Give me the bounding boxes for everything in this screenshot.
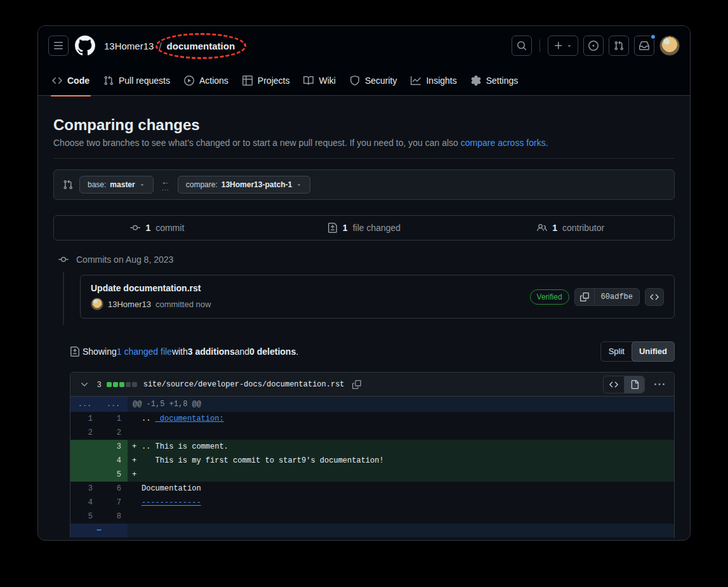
- breadcrumb-owner[interactable]: 13Homer13: [104, 41, 154, 51]
- tab-settings[interactable]: Settings: [465, 65, 525, 96]
- github-logo[interactable]: [75, 36, 95, 56]
- expand-lines-button[interactable]: ⋯: [70, 524, 128, 538]
- diff-line-context: 1 1 .. _documentation:: [70, 412, 674, 426]
- line-number-new[interactable]: 8: [99, 510, 128, 524]
- line-number-old[interactable]: 2: [70, 426, 99, 440]
- file-diff-icon: [328, 223, 338, 233]
- compare-label: compare:: [186, 180, 218, 189]
- play-circle-icon: [184, 76, 194, 86]
- changed-file-link[interactable]: 1 changed file: [117, 346, 172, 357]
- line-number-old[interactable]: 3: [70, 482, 99, 496]
- line-number-new[interactable]: 7: [99, 496, 128, 510]
- base-branch-dropdown[interactable]: base: master: [79, 176, 154, 194]
- tab-projects[interactable]: Projects: [236, 65, 296, 96]
- line-number-old[interactable]: 4: [70, 496, 99, 510]
- commit-sha[interactable]: 60adfbe: [594, 288, 639, 306]
- code-line: Documentation: [128, 482, 674, 496]
- tab-label: Settings: [486, 76, 519, 86]
- collapse-file-button[interactable]: [77, 377, 92, 392]
- compare-across-forks-link[interactable]: compare across forks: [461, 138, 546, 148]
- file-label: file changed: [353, 223, 401, 233]
- commit-timeline-rail: [63, 272, 64, 325]
- tab-insights[interactable]: Insights: [404, 65, 463, 96]
- tab-label: Code: [67, 76, 89, 86]
- breadcrumb-repo[interactable]: documentation: [167, 41, 235, 51]
- base-label: base:: [88, 180, 106, 189]
- split-view-button[interactable]: Split: [601, 342, 632, 361]
- line-number-old[interactable]: [70, 468, 99, 482]
- commit-title[interactable]: Update documentation.rst: [91, 283, 211, 293]
- commit-info: Update documentation.rst 13Homer13 commi…: [91, 283, 211, 310]
- tab-pull-requests[interactable]: Pull requests: [97, 65, 176, 96]
- tab-actions[interactable]: Actions: [178, 65, 235, 96]
- issues-button[interactable]: [583, 36, 604, 56]
- commit-sha-group: 60adfbe: [574, 288, 640, 306]
- line-number-new[interactable]: 1: [99, 412, 128, 426]
- tab-security[interactable]: Security: [343, 65, 404, 96]
- line-number-new[interactable]: 2: [99, 426, 128, 440]
- search-button[interactable]: [512, 36, 532, 56]
- hamburger-icon: [53, 41, 63, 51]
- git-compare-icon: [63, 180, 73, 190]
- diff-stat-count: 3: [97, 380, 102, 389]
- file-icon: [630, 380, 639, 389]
- line-number-new[interactable]: 5: [99, 468, 128, 482]
- header-actions: [512, 36, 680, 56]
- commit-meta-text: committed now: [156, 300, 211, 309]
- tab-label: Projects: [258, 76, 290, 86]
- line-number-old[interactable]: 5: [70, 510, 99, 524]
- copy-path-button[interactable]: [352, 380, 361, 389]
- line-number-old[interactable]: 1: [70, 412, 99, 426]
- hamburger-menu-button[interactable]: [48, 36, 69, 56]
- subtitle-end: .: [546, 138, 548, 148]
- plus-icon: [553, 41, 564, 51]
- tab-label: Insights: [426, 76, 456, 86]
- chevron-down-icon: [296, 181, 302, 188]
- addition-sign: +: [132, 468, 136, 482]
- inbox-icon: [639, 41, 649, 51]
- pull-requests-button[interactable]: [609, 36, 629, 56]
- gear-icon: [471, 76, 481, 86]
- summary-contributors[interactable]: 1 contributor: [467, 216, 674, 240]
- source-view-button[interactable]: [604, 376, 624, 393]
- tab-wiki[interactable]: Wiki: [297, 65, 341, 96]
- code-line: +.. This is comment.: [128, 440, 674, 454]
- code-text: This is my first commit to start9's docu…: [142, 456, 384, 465]
- unified-view-button[interactable]: Unified: [632, 341, 675, 362]
- line-number-new[interactable]: 6: [99, 482, 128, 496]
- commit-author[interactable]: 13Homer13: [108, 300, 151, 309]
- summary-commits[interactable]: 1 commit: [54, 216, 261, 240]
- browse-code-button[interactable]: [645, 288, 664, 306]
- deletions-count: 0 deletions: [249, 346, 296, 357]
- showing-text: .: [296, 346, 298, 357]
- diff-line-context: 4 7 -------------: [70, 496, 674, 510]
- notification-dot: [650, 34, 656, 40]
- avatar[interactable]: [91, 298, 103, 310]
- line-number-old[interactable]: [70, 440, 99, 454]
- rich-view-button[interactable]: [624, 376, 644, 393]
- main-content: Comparing changes Choose two branches to…: [38, 96, 690, 538]
- line-number-new[interactable]: 4: [99, 454, 128, 468]
- commits-heading: Commits on Aug 8, 2023: [53, 254, 675, 265]
- commits-section: Commits on Aug 8, 2023 Update documentat…: [53, 254, 675, 325]
- file-options-button[interactable]: [651, 376, 668, 393]
- commits-date-label: Commits on Aug 8, 2023: [76, 254, 173, 265]
- file-diff-icon: [70, 346, 80, 357]
- avatar[interactable]: [659, 36, 680, 56]
- pull-request-icon: [103, 76, 114, 86]
- range-dots: ...: [162, 185, 169, 191]
- summary-files-changed[interactable]: 1 file changed: [261, 216, 468, 240]
- git-commit-icon: [58, 254, 69, 265]
- copy-sha-button[interactable]: [575, 288, 594, 306]
- tab-code[interactable]: Code: [46, 65, 96, 96]
- commit-card: Update documentation.rst 13Homer13 commi…: [80, 275, 675, 319]
- contributor-label: contributor: [562, 223, 604, 233]
- tab-label: Wiki: [319, 76, 335, 86]
- create-new-button[interactable]: [548, 36, 578, 56]
- diff-file-card: 3 site/source/developer-docs/documentati…: [70, 372, 675, 538]
- line-number-old[interactable]: [70, 454, 99, 468]
- tab-label: Pull requests: [119, 76, 170, 86]
- line-number-new[interactable]: 3: [99, 440, 128, 454]
- verified-badge[interactable]: Verified: [530, 289, 569, 305]
- compare-branch-dropdown[interactable]: compare: 13Homer13-patch-1: [178, 176, 310, 194]
